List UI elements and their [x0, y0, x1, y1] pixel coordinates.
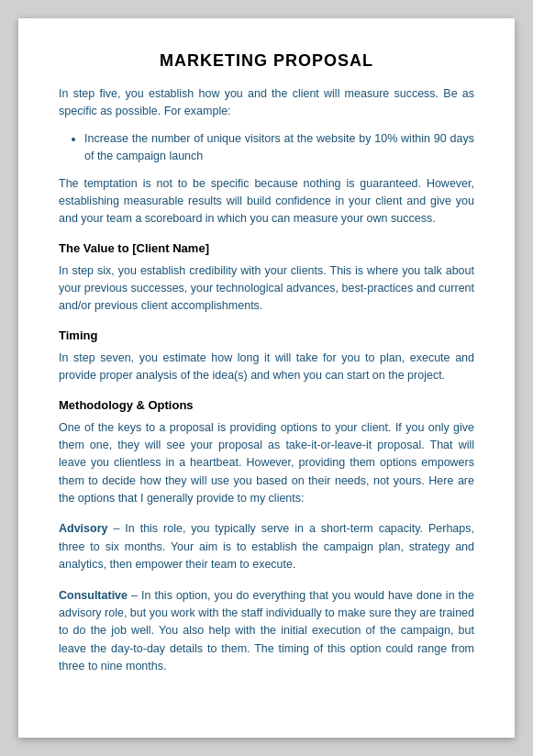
- section-1-heading: The Value to [Client Name]: [59, 241, 474, 255]
- consultative-paragraph: Consultative – In this option, you do ev…: [59, 587, 474, 676]
- page-title: MARKETING PROPOSAL: [59, 51, 474, 71]
- section-1-paragraph: In step six, you establish credibility w…: [59, 262, 474, 316]
- advisory-paragraph: Advisory – In this role, you typically s…: [59, 520, 474, 573]
- section-3-heading: Methodology & Options: [59, 398, 474, 412]
- section-2-heading: Timing: [59, 328, 474, 342]
- bullet-item-1: Increase the number of unique visitors a…: [84, 130, 474, 166]
- intro-paragraph-1: In step five, you establish how you and …: [59, 85, 474, 121]
- advisory-text: – In this role, you typically serve in a…: [59, 522, 474, 571]
- section-2-paragraph: In step seven, you estimate how long it …: [59, 350, 474, 385]
- consultative-term: Consultative: [59, 589, 128, 602]
- intro-paragraph-2: The temptation is not to be specific bec…: [59, 175, 474, 228]
- section-3-paragraph-1: One of the keys to a proposal is providi…: [59, 419, 474, 508]
- advisory-term: Advisory: [59, 522, 108, 535]
- bullet-list: Increase the number of unique visitors a…: [84, 130, 474, 166]
- document-page: MARKETING PROPOSAL In step five, you est…: [18, 18, 515, 738]
